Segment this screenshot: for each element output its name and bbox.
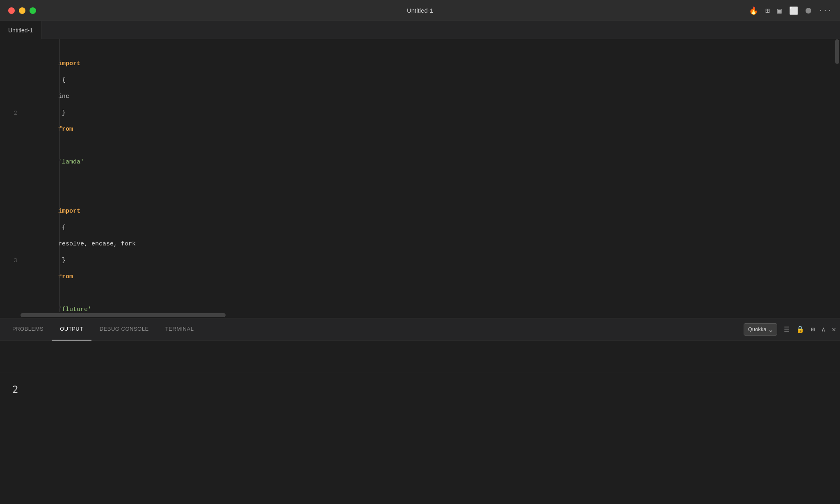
tab-debug-console[interactable]: DEBUG CONSOLE xyxy=(91,318,157,341)
h-scrollbar-track[interactable] xyxy=(21,312,834,318)
gutter-line xyxy=(59,39,60,318)
keyword-from: from xyxy=(58,126,73,133)
line-content-2: import { inc } from 'lamda' xyxy=(21,39,84,187)
window-controls[interactable] xyxy=(8,7,36,14)
scrollbar-thumb[interactable] xyxy=(835,39,839,64)
h-scrollbar-thumb[interactable] xyxy=(21,313,226,317)
close-panel-icon[interactable]: ✕ xyxy=(832,325,836,334)
tab-bar: Untitled-1 xyxy=(0,21,840,39)
line-number-3: 3 xyxy=(0,252,21,269)
code-line-2: 2 import { inc } from 'lamda' xyxy=(0,39,840,187)
line-number-2: 2 xyxy=(0,105,21,121)
editor[interactable]: 2 import { inc } from 'lamda' 3 import {… xyxy=(0,39,840,318)
minimize-button[interactable] xyxy=(19,7,25,14)
status-dot xyxy=(806,8,811,14)
titlebar: Untitled-1 🔥 ⊞ ▣ ⬜ ··· xyxy=(0,0,840,21)
split-icon[interactable]: ▣ xyxy=(777,6,782,15)
lock-icon[interactable]: 🔒 xyxy=(796,325,804,334)
clear-icon[interactable]: ⊠ xyxy=(811,325,815,334)
panel-tab-bar: PROBLEMS OUTPUT DEBUG CONSOLE TERMINAL Q… xyxy=(0,318,840,341)
line-content-3: import { resolve, encase, fork } from 'f… xyxy=(21,187,136,318)
tab-terminal[interactable]: TERMINAL xyxy=(157,318,202,341)
sidebar-icon[interactable]: ⬜ xyxy=(789,6,798,15)
tab-label: Untitled-1 xyxy=(8,27,33,34)
more-icon[interactable]: ··· xyxy=(819,7,832,15)
select-label: Quokka xyxy=(748,326,767,332)
flame-icon[interactable]: 🔥 xyxy=(749,6,758,15)
panel-actions: Quokka ⌄ ☰ 🔒 ⊠ ∧ ✕ xyxy=(744,323,836,336)
chevron-down-icon[interactable]: ⌄ xyxy=(769,325,773,334)
layout-icon[interactable]: ⊞ xyxy=(765,6,770,15)
code-line-3: 3 import { resolve, encase, fork } from … xyxy=(0,187,840,318)
output-source-select[interactable]: Quokka ⌄ xyxy=(744,323,777,336)
keyword-import: import xyxy=(58,60,80,67)
tab-output[interactable]: OUTPUT xyxy=(52,318,91,341)
code-area: 2 import { inc } from 'lamda' 3 import {… xyxy=(0,39,840,318)
status-bar: 2 xyxy=(0,373,840,406)
window-title: Untitled-1 xyxy=(407,7,433,14)
tab-problems[interactable]: PROBLEMS xyxy=(4,318,52,341)
close-button[interactable] xyxy=(8,7,15,14)
filter-icon[interactable]: ☰ xyxy=(784,325,790,334)
panel-content xyxy=(0,341,840,349)
output-value: 2 xyxy=(12,384,18,395)
panel: PROBLEMS OUTPUT DEBUG CONSOLE TERMINAL Q… xyxy=(0,318,840,373)
titlebar-actions: 🔥 ⊞ ▣ ⬜ ··· xyxy=(749,6,832,15)
scrollbar-track[interactable] xyxy=(834,39,840,318)
maximize-button[interactable] xyxy=(30,7,36,14)
collapse-icon[interactable]: ∧ xyxy=(822,325,826,334)
tab-untitled[interactable]: Untitled-1 xyxy=(0,21,41,39)
